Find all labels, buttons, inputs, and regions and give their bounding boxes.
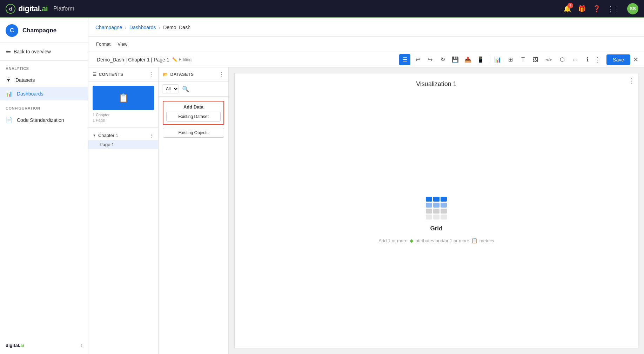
visualization-area: ⋮ Visualization 1 bbox=[229, 67, 644, 354]
collapse-sidebar-button[interactable]: ‹ bbox=[81, 342, 82, 348]
datasets-title: 📂 DATASETS bbox=[163, 72, 194, 77]
full-editor: Format View Demo_Dash | Chapter 1 | Page… bbox=[88, 37, 644, 354]
filter-select[interactable]: All bbox=[162, 84, 179, 93]
grid-row-3 bbox=[426, 209, 447, 214]
bar-chart-btn[interactable]: 📊 bbox=[492, 54, 503, 65]
back-to-overview-button[interactable]: ⬅ Back to overview bbox=[0, 43, 88, 61]
shape-btn[interactable]: ⬡ bbox=[557, 54, 568, 65]
sidebar-item-dashboards[interactable]: 📊 Dashboards bbox=[0, 87, 88, 100]
grid-cell bbox=[426, 197, 432, 202]
search-button[interactable]: 🔍 bbox=[181, 84, 190, 93]
chapter-1-name: Chapter 1 bbox=[98, 133, 118, 138]
svg-text:d: d bbox=[9, 6, 12, 12]
existing-objects-button[interactable]: Existing Objects bbox=[163, 128, 224, 138]
grid-btn[interactable]: ⊞ bbox=[505, 54, 516, 65]
help-icon[interactable]: ❓ bbox=[593, 5, 601, 13]
text-btn[interactable]: T bbox=[517, 54, 529, 65]
format-menu[interactable]: Format bbox=[94, 40, 113, 48]
page-1-name: Page 1 bbox=[100, 142, 114, 147]
close-button[interactable]: ✕ bbox=[633, 56, 638, 64]
datasets-more-icon[interactable]: ⋮ bbox=[219, 71, 224, 78]
widget-btn[interactable]: ▭ bbox=[569, 54, 581, 65]
config-section-label: CONFIGURATION bbox=[0, 100, 88, 113]
page-thumbnail[interactable]: 📋 bbox=[93, 86, 154, 110]
logo-text: digital.ai bbox=[18, 4, 48, 13]
export-btn[interactable]: 📤 bbox=[462, 54, 474, 65]
dashboards-label: Dashboards bbox=[17, 91, 43, 97]
save-button[interactable]: Save bbox=[606, 54, 630, 65]
visualization-content: Grid Add 1 or more ◆ attributes and/or 1… bbox=[235, 92, 638, 348]
gift-icon[interactable]: 🎁 bbox=[578, 5, 586, 13]
undo-btn[interactable]: ↩ bbox=[412, 54, 423, 65]
code-icon: 📄 bbox=[6, 117, 13, 123]
datasets-label: DATASETS bbox=[170, 72, 194, 77]
refresh-btn[interactable]: ↻ bbox=[437, 54, 448, 65]
grid-cell bbox=[433, 215, 440, 219]
editing-badge: ✏️ Editing bbox=[172, 57, 192, 62]
grid-cell bbox=[441, 203, 447, 208]
datasets-icon: 📂 bbox=[163, 72, 168, 77]
page-1-item[interactable]: Page 1 bbox=[88, 140, 158, 149]
platform-label: Platform bbox=[53, 6, 74, 12]
breadcrumb-bar: Champagne › Dashboards › Demo_Dash bbox=[88, 18, 644, 37]
chapter-count: 1 Chapter bbox=[93, 113, 109, 117]
save-icon-btn[interactable]: 💾 bbox=[450, 54, 461, 65]
grid-cell bbox=[426, 215, 432, 219]
grid-row-2 bbox=[426, 203, 447, 208]
grid-cell bbox=[441, 215, 447, 219]
grid-row-4 bbox=[426, 215, 447, 219]
workspace-avatar: C bbox=[6, 24, 18, 37]
datasets-panel-header: 📂 DATASETS ⋮ bbox=[159, 67, 228, 81]
chapter-1-item[interactable]: ▼ Chapter 1 ⋮ bbox=[88, 131, 158, 140]
html-btn[interactable]: </> bbox=[543, 54, 555, 65]
sidebar-footer: digital.ai ‹ bbox=[0, 336, 88, 354]
notification-icon[interactable]: 🔔 4 bbox=[563, 5, 571, 13]
grid-icon bbox=[426, 197, 447, 219]
user-avatar[interactable]: SS bbox=[627, 3, 638, 14]
sidebar-header: C Champagne bbox=[0, 18, 88, 43]
contents-label: CONTENTS bbox=[99, 72, 123, 77]
editor-title-text: Demo_Dash | Chapter 1 | Page 1 bbox=[97, 57, 169, 63]
redo-btn[interactable]: ↪ bbox=[424, 54, 436, 65]
chapter-chevron: ▼ bbox=[93, 133, 96, 137]
apps-icon[interactable]: ⋮⋮ bbox=[608, 5, 620, 13]
editor-title-bar: Demo_Dash | Chapter 1 | Page 1 ✏️ Editin… bbox=[88, 52, 644, 67]
sidebar: C Champagne ⬅ Back to overview ANALYTICS… bbox=[0, 18, 88, 354]
toolbar-more-icon[interactable]: ⋮ bbox=[595, 56, 601, 64]
toolbar-bar: Format View bbox=[88, 37, 644, 52]
chapter-more-icon[interactable]: ⋮ bbox=[149, 133, 154, 138]
thumbnail-meta: 1 Chapter 1 Page bbox=[93, 112, 154, 123]
info-btn[interactable]: ℹ bbox=[582, 54, 593, 65]
breadcrumb-champagne[interactable]: Champagne bbox=[95, 25, 122, 30]
grid-cell bbox=[441, 209, 447, 214]
viz-more-icon[interactable]: ⋮ bbox=[628, 77, 635, 85]
thumbnail-area: 📋 1 Chapter 1 Page bbox=[88, 81, 158, 128]
mobile-btn[interactable]: 📱 bbox=[475, 54, 486, 65]
analytics-section-label: ANALYTICS bbox=[0, 61, 88, 73]
metric-icon: 📋 bbox=[471, 238, 477, 243]
grid-cell bbox=[426, 203, 432, 208]
sidebar-item-datasets[interactable]: 🗄 Datasets bbox=[0, 73, 88, 87]
contents-more-icon[interactable]: ⋮ bbox=[148, 71, 154, 78]
view-menu[interactable]: View bbox=[115, 40, 129, 48]
sidebar-item-code-standardization[interactable]: 📄 Code Standardization bbox=[0, 113, 88, 127]
code-standardization-label: Code Standardization bbox=[17, 117, 64, 123]
grid-cell bbox=[433, 209, 440, 214]
existing-dataset-button[interactable]: Existing Dataset bbox=[166, 112, 221, 122]
datasets-label: Datasets bbox=[15, 77, 35, 83]
grid-label: Grid bbox=[430, 225, 443, 232]
contents-title: ☰ CONTENTS bbox=[93, 72, 123, 77]
notification-badge: 4 bbox=[568, 3, 573, 8]
top-nav-left: d digital.ai Platform bbox=[6, 4, 74, 14]
editing-label: Editing bbox=[179, 57, 192, 62]
list-view-btn[interactable]: ☰ bbox=[399, 54, 410, 65]
hint-metrics: metrics bbox=[479, 238, 494, 243]
page-count: 1 Page bbox=[93, 118, 105, 122]
grid-row-1 bbox=[426, 197, 447, 202]
workspace-name: Champagne bbox=[22, 27, 56, 34]
image-btn[interactable]: 🖼 bbox=[530, 54, 541, 65]
visualization-container: ⋮ Visualization 1 bbox=[234, 73, 638, 348]
breadcrumb-dashboards[interactable]: Dashboards bbox=[129, 25, 156, 30]
contents-panel: ☰ CONTENTS ⋮ 📋 1 Chapter 1 Page bbox=[88, 67, 159, 354]
footer-logo: digital.ai bbox=[6, 343, 24, 348]
